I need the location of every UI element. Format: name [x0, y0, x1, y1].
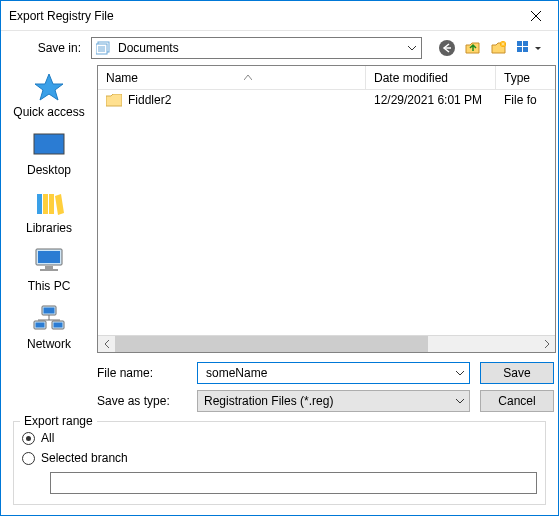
save-in-combo[interactable]: Documents: [91, 37, 422, 59]
view-grid-icon: [517, 41, 535, 55]
svg-rect-12: [517, 47, 522, 52]
close-button[interactable]: [513, 1, 558, 30]
radio-selected-branch-label: Selected branch: [41, 451, 128, 465]
svg-rect-11: [523, 41, 528, 46]
close-icon: [531, 11, 541, 21]
main-panel: Name Date modified Type Fiddler2: [97, 65, 558, 421]
radio-all[interactable]: [22, 432, 35, 445]
file-name-cell: Fiddler2: [128, 93, 171, 107]
radio-all-row[interactable]: All: [22, 428, 537, 448]
save-as-type-combo[interactable]: Registration Files (*.reg): [197, 390, 470, 412]
scroll-thumb[interactable]: [115, 336, 428, 352]
radio-selected-branch[interactable]: [22, 452, 35, 465]
svg-rect-28: [36, 323, 45, 328]
svg-rect-24: [44, 308, 55, 314]
places-bar: Quick access Desktop Libraries: [1, 65, 97, 421]
new-folder-button[interactable]: [488, 37, 510, 59]
svg-rect-16: [37, 194, 42, 214]
radio-all-label: All: [41, 431, 54, 445]
selected-branch-input[interactable]: [50, 472, 537, 494]
save-in-label: Save in:: [1, 41, 87, 55]
svg-rect-14: [34, 134, 64, 154]
place-libraries[interactable]: Libraries: [9, 187, 89, 235]
column-label: Name: [106, 71, 138, 85]
radio-selected-branch-row[interactable]: Selected branch: [22, 448, 537, 468]
save-button[interactable]: Save: [480, 362, 554, 384]
svg-rect-22: [40, 269, 58, 271]
file-name-input[interactable]: [204, 363, 469, 383]
file-date-cell: 12/29/2021 6:01 PM: [366, 93, 496, 107]
back-arrow-icon: [438, 39, 456, 57]
svg-rect-30: [54, 323, 63, 328]
scroll-track[interactable]: [115, 336, 538, 352]
save-in-dropdown-button[interactable]: [403, 38, 421, 58]
chevron-down-icon: [456, 369, 464, 377]
export-registry-dialog: Export Registry File Save in: Documents: [0, 0, 559, 516]
dropdown-arrow-icon: [535, 41, 541, 55]
save-in-value: Documents: [118, 41, 179, 55]
column-label: Date modified: [374, 71, 448, 85]
svg-rect-20: [38, 251, 60, 263]
quick-access-icon: [33, 72, 65, 102]
folder-up-icon: [464, 39, 482, 57]
svg-rect-17: [43, 194, 48, 214]
chevron-right-icon: [544, 340, 550, 348]
column-header-date[interactable]: Date modified: [366, 66, 496, 89]
place-label: This PC: [28, 279, 71, 293]
save-in-row: Save in: Documents: [1, 31, 558, 65]
horizontal-scrollbar[interactable]: [98, 335, 555, 352]
file-list-rows[interactable]: Fiddler2 12/29/2021 6:01 PM File fo: [98, 90, 555, 335]
chevron-down-icon: [408, 44, 416, 52]
export-range-group: Export range All Selected branch: [13, 421, 546, 505]
titlebar: Export Registry File: [1, 1, 558, 31]
place-label: Quick access: [13, 105, 84, 119]
place-label: Libraries: [26, 221, 72, 235]
table-row[interactable]: Fiddler2 12/29/2021 6:01 PM File fo: [98, 90, 555, 110]
place-label: Desktop: [27, 163, 71, 177]
desktop-icon: [32, 132, 66, 158]
column-header-name[interactable]: Name: [98, 66, 366, 89]
file-type-cell: File fo: [496, 93, 555, 107]
file-fields: File name: Save Save as type: Registrati…: [97, 353, 558, 421]
save-as-type-value: Registration Files (*.reg): [204, 394, 333, 408]
column-header-type[interactable]: Type: [496, 66, 555, 89]
nav-icon-group: [436, 37, 544, 59]
file-name-label: File name:: [97, 366, 187, 380]
file-list-header: Name Date modified Type: [98, 66, 555, 90]
libraries-icon: [33, 188, 65, 218]
computer-icon: [32, 246, 66, 276]
place-desktop[interactable]: Desktop: [9, 129, 89, 177]
file-name-dropdown-button[interactable]: [451, 363, 469, 383]
sort-asc-icon: [244, 75, 252, 80]
cancel-button[interactable]: Cancel: [480, 390, 554, 412]
export-range-legend: Export range: [20, 414, 97, 428]
column-label: Type: [504, 71, 530, 85]
folder-icon: [106, 94, 122, 107]
place-this-pc[interactable]: This PC: [9, 245, 89, 293]
file-name-combo[interactable]: [197, 362, 470, 384]
new-folder-icon: [490, 39, 508, 57]
save-as-type-dropdown-button[interactable]: [451, 391, 469, 411]
svg-rect-13: [523, 47, 528, 52]
back-button[interactable]: [436, 37, 458, 59]
save-as-type-label: Save as type:: [97, 394, 187, 408]
svg-rect-18: [49, 194, 54, 214]
documents-folder-icon: [96, 41, 112, 55]
scroll-left-button[interactable]: [98, 336, 115, 353]
window-title: Export Registry File: [9, 9, 513, 23]
chevron-left-icon: [104, 340, 110, 348]
view-menu-button[interactable]: [514, 37, 544, 59]
scroll-right-button[interactable]: [538, 336, 555, 353]
svg-rect-10: [517, 41, 522, 46]
dialog-body: Quick access Desktop Libraries: [1, 65, 558, 421]
place-label: Network: [27, 337, 71, 351]
file-list: Name Date modified Type Fiddler2: [97, 65, 556, 353]
place-network[interactable]: Network: [9, 303, 89, 351]
chevron-down-icon: [456, 397, 464, 405]
svg-rect-21: [45, 266, 53, 269]
network-icon: [32, 304, 66, 334]
up-one-level-button[interactable]: [462, 37, 484, 59]
place-quick-access[interactable]: Quick access: [9, 71, 89, 119]
